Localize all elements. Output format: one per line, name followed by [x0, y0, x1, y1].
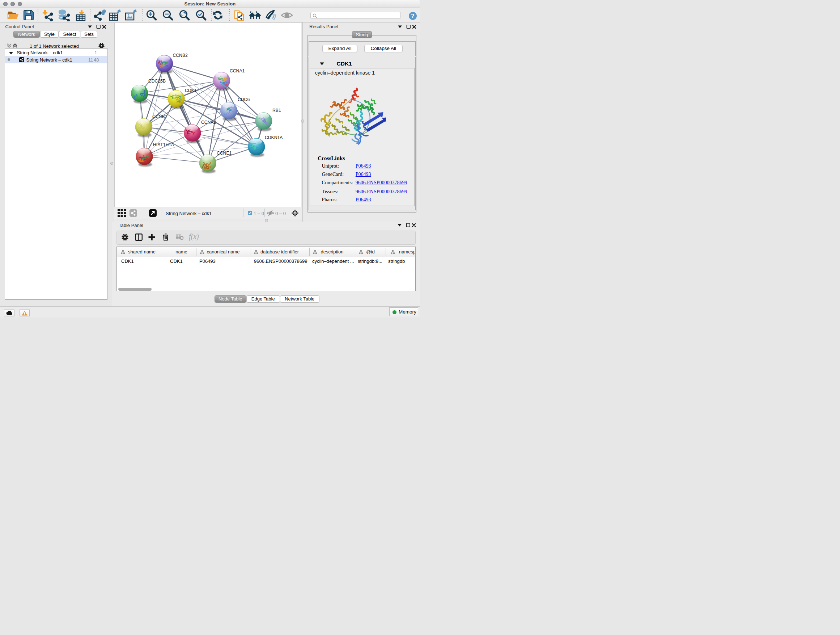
- svg-text:CDK1: CDK1: [185, 88, 197, 93]
- svg-text:CCNB2: CCNB2: [172, 53, 188, 58]
- svg-text:CDC6: CDC6: [238, 97, 249, 102]
- svg-text:CDKN1A: CDKN1A: [265, 135, 283, 140]
- svg-text:RB1: RB1: [272, 108, 281, 113]
- svg-text:CCNA2: CCNA2: [201, 120, 216, 125]
- svg-text:CDC25B: CDC25B: [148, 79, 166, 84]
- svg-text:CCNA1: CCNA1: [230, 68, 245, 73]
- svg-text:?: ?: [411, 13, 415, 19]
- svg-text:HIST1H1A: HIST1H1A: [153, 142, 174, 147]
- svg-text:CCNE1: CCNE1: [217, 150, 232, 156]
- svg-text:CCNB1: CCNB1: [152, 114, 167, 119]
